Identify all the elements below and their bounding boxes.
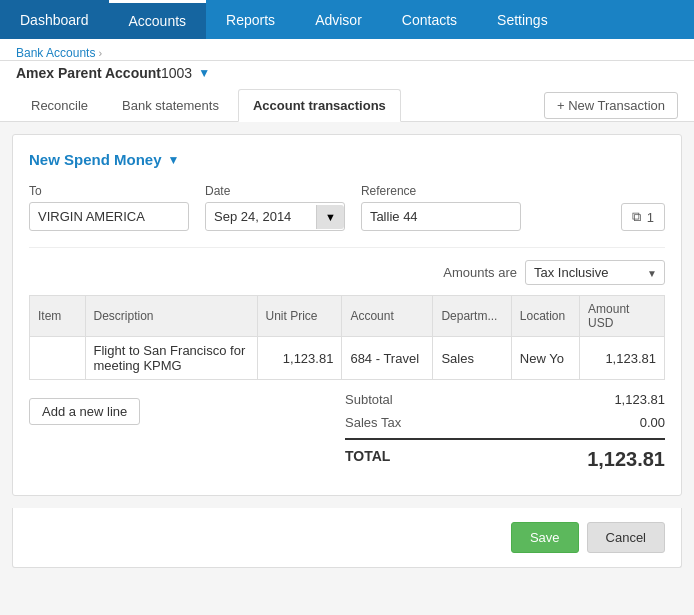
tax-value: 0.00	[640, 415, 665, 430]
col-header-account: Account	[342, 296, 433, 337]
to-field-group: To	[29, 184, 189, 231]
tab-account-transactions[interactable]: Account transactions	[238, 89, 401, 122]
col-header-unit-price: Unit Price	[257, 296, 342, 337]
cell-amount[interactable]: 1,123.81	[580, 337, 665, 380]
table-header: Item Description Unit Price Account Depa…	[30, 296, 665, 337]
nav-item-advisor[interactable]: Advisor	[295, 0, 382, 39]
copy-icon: ⧉	[632, 209, 641, 225]
col-header-amount: Amount USD	[580, 296, 665, 337]
tab-reconcile[interactable]: Reconcile	[16, 89, 103, 122]
save-button[interactable]: Save	[511, 522, 579, 553]
date-label: Date	[205, 184, 345, 198]
new-spend-money-title[interactable]: New Spend Money	[29, 151, 162, 168]
cell-unit-price[interactable]: 1,123.81	[257, 337, 342, 380]
new-transaction-button[interactable]: + New Transaction	[544, 92, 678, 119]
cell-department[interactable]: Sales	[433, 337, 511, 380]
breadcrumb-separator: ›	[98, 47, 102, 59]
nav-item-dashboard[interactable]: Dashboard	[0, 0, 109, 39]
subtotal-label: Subtotal	[345, 392, 393, 407]
top-navigation: Dashboard Accounts Reports Advisor Conta…	[0, 0, 694, 39]
tax-row: Sales Tax 0.00	[345, 411, 665, 434]
total-final-row: TOTAL 1,123.81	[345, 438, 665, 479]
total-label: TOTAL	[345, 448, 390, 471]
reference-input[interactable]	[361, 202, 521, 231]
form-header: New Spend Money ▼	[29, 151, 665, 168]
line-items-table: Item Description Unit Price Account Depa…	[29, 295, 665, 380]
account-title-row: Amex Parent Account1003 ▼	[0, 61, 694, 89]
copy-icon-wrapper: ⧉ 1	[621, 203, 665, 231]
nav-item-contacts[interactable]: Contacts	[382, 0, 477, 39]
to-label: To	[29, 184, 189, 198]
account-name: Amex Parent Account	[16, 65, 161, 81]
nav-item-reports[interactable]: Reports	[206, 0, 295, 39]
tab-bank-statements[interactable]: Bank statements	[107, 89, 234, 122]
form-fields-row: To Date ▼ Reference ⧉ 1	[29, 184, 665, 231]
nav-item-settings[interactable]: Settings	[477, 0, 568, 39]
date-field-group: Date ▼	[205, 184, 345, 231]
subtotal-row: Subtotal 1,123.81	[345, 388, 665, 411]
amounts-select-wrapper: Tax Inclusive Tax Exclusive No Tax	[525, 260, 665, 285]
breadcrumb-bank-accounts[interactable]: Bank Accounts	[16, 46, 95, 60]
to-input[interactable]	[29, 202, 189, 231]
tax-label: Sales Tax	[345, 415, 401, 430]
amounts-row: Amounts are Tax Inclusive Tax Exclusive …	[29, 260, 665, 285]
form-separator	[29, 247, 665, 248]
nav-item-accounts[interactable]: Accounts	[109, 0, 207, 39]
action-bar: Save Cancel	[12, 508, 682, 568]
date-picker-button[interactable]: ▼	[316, 205, 344, 229]
col-header-location: Location	[511, 296, 579, 337]
account-id: 1003	[161, 65, 192, 81]
copy-button[interactable]: ⧉ 1	[621, 203, 665, 231]
reference-label: Reference	[361, 184, 521, 198]
cell-location[interactable]: New Yo	[511, 337, 579, 380]
amounts-label: Amounts are	[443, 265, 517, 280]
main-form-panel: New Spend Money ▼ To Date ▼ Reference ⧉ …	[12, 134, 682, 496]
table-row: Flight to San Francisco for meeting KPMG…	[30, 337, 665, 380]
date-wrapper: ▼	[205, 202, 345, 231]
reference-field-group: Reference	[361, 184, 521, 231]
totals-section: Subtotal 1,123.81 Sales Tax 0.00 TOTAL 1…	[345, 388, 665, 479]
col-header-department: Departm...	[433, 296, 511, 337]
sub-tabs-bar: Reconcile Bank statements Account transa…	[0, 89, 694, 122]
cell-description[interactable]: Flight to San Francisco for meeting KPMG	[85, 337, 257, 380]
breadcrumb-bar: Bank Accounts›	[0, 39, 694, 61]
date-input[interactable]	[206, 203, 316, 230]
cancel-button[interactable]: Cancel	[587, 522, 665, 553]
account-dropdown-icon[interactable]: ▼	[198, 66, 210, 80]
amounts-select[interactable]: Tax Inclusive Tax Exclusive No Tax	[525, 260, 665, 285]
subtotal-value: 1,123.81	[614, 392, 665, 407]
total-value: 1,123.81	[587, 448, 665, 471]
col-header-item: Item	[30, 296, 86, 337]
table-body: Flight to San Francisco for meeting KPMG…	[30, 337, 665, 380]
add-line-row: Add a new line	[29, 398, 140, 425]
cell-item[interactable]	[30, 337, 86, 380]
copy-count: 1	[647, 210, 654, 225]
cell-account[interactable]: 684 - Travel	[342, 337, 433, 380]
col-header-description: Description	[85, 296, 257, 337]
add-new-line-button[interactable]: Add a new line	[29, 398, 140, 425]
spend-money-dropdown-icon[interactable]: ▼	[168, 153, 180, 167]
